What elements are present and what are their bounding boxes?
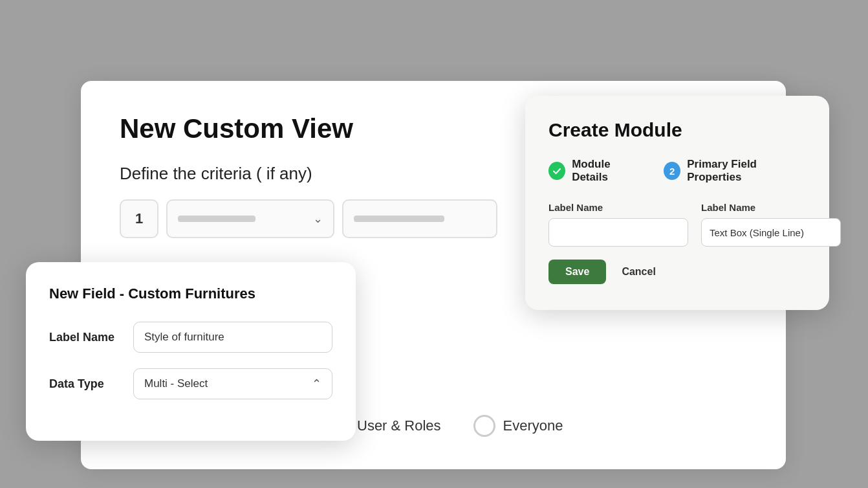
criteria-dropdown[interactable]: ⌄: [166, 199, 334, 238]
new-field-popup: New Field - Custom Furnitures Label Name…: [26, 262, 356, 441]
radio-everyone-circle[interactable]: [473, 415, 495, 437]
radio-everyone[interactable]: Everyone: [473, 415, 563, 437]
criteria-number: 1: [120, 199, 158, 238]
module-right-input[interactable]: [701, 218, 841, 247]
data-type-select[interactable]: Multi - Select ⌃: [133, 368, 332, 399]
module-form-left: Label Name: [548, 202, 688, 247]
cancel-button[interactable]: Cancel: [615, 260, 662, 284]
step1-item: Module Details: [548, 158, 644, 184]
criteria-input-box: [342, 199, 497, 238]
criteria-dropdown-line: [178, 216, 255, 222]
create-module-popup: Create Module Module Details 2 Primary F…: [525, 96, 829, 310]
label-name-input[interactable]: [133, 322, 332, 353]
module-steps: Module Details 2 Primary Field Propertie…: [548, 158, 806, 184]
module-left-label: Label Name: [548, 202, 688, 213]
criteria-input-line: [354, 216, 444, 222]
new-field-popup-title: New Field - Custom Furnitures: [49, 285, 332, 302]
step1-check-icon: [548, 162, 565, 180]
module-left-input[interactable]: [548, 218, 688, 247]
step2-label: Primary Field Properties: [687, 158, 806, 184]
module-form-row: Label Name Label Name: [548, 202, 806, 247]
chevron-down-icon: ⌄: [313, 212, 323, 226]
save-button[interactable]: Save: [548, 260, 606, 284]
step2-item: 2 Primary Field Properties: [664, 158, 806, 184]
chevron-up-icon: ⌃: [312, 377, 321, 391]
step2-number: 2: [664, 162, 680, 180]
radio-everyone-label: Everyone: [503, 417, 563, 434]
data-type-value: Multi - Select: [144, 377, 208, 390]
module-form-right: Label Name: [701, 202, 841, 247]
create-module-title: Create Module: [548, 119, 806, 141]
data-type-row: Data Type Multi - Select ⌃: [49, 368, 332, 399]
module-right-label: Label Name: [701, 202, 841, 213]
label-name-row: Label Name: [49, 322, 332, 353]
label-name-label: Label Name: [49, 331, 120, 344]
module-buttons: Save Cancel: [548, 260, 806, 284]
data-type-label: Data Type: [49, 377, 120, 391]
step1-label: Module Details: [572, 158, 644, 184]
